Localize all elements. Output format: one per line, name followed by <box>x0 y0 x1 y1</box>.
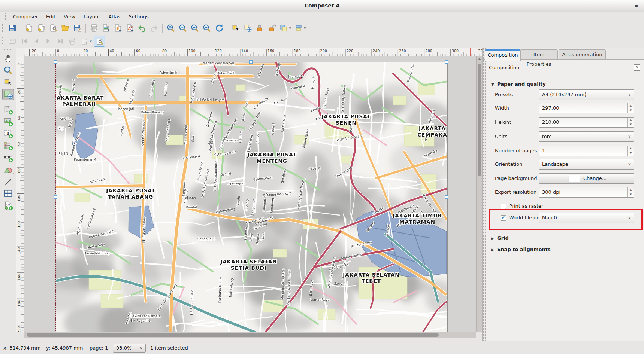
export-svg-button[interactable] <box>112 22 124 34</box>
atlas-previous-feature-button[interactable] <box>31 36 42 47</box>
spin-up-icon[interactable]: ▲ <box>628 146 634 151</box>
export-pdf-button[interactable]: A <box>124 22 136 34</box>
horizontal-scrollbar[interactable] <box>24 332 476 338</box>
spin-down-icon[interactable]: ▼ <box>628 122 634 127</box>
selection-handle[interactable] <box>54 195 57 199</box>
refresh-view-button[interactable] <box>213 22 224 34</box>
save-composer-button[interactable] <box>7 22 18 34</box>
svg-text:Petamburan 4: Petamburan 4 <box>74 158 96 161</box>
select-move-item-button[interactable] <box>230 22 241 34</box>
export-resolution-spinbox[interactable]: 300 dpi▲▼ <box>539 187 634 198</box>
undo-button[interactable] <box>136 22 148 34</box>
tab-item-properties[interactable]: Item Properties <box>520 49 558 59</box>
group-items-dropdown[interactable] <box>278 22 289 34</box>
move-item-content-tool[interactable] <box>2 89 14 100</box>
presets-combo[interactable]: A4 (210x297 mm)∨ <box>539 89 634 100</box>
chevron-down-icon[interactable]: ∨ <box>137 344 145 352</box>
menu-layout[interactable]: Layout <box>80 13 104 21</box>
spin-down-icon[interactable]: ▼ <box>628 108 634 113</box>
add-new-scalebar-tool[interactable] <box>2 152 14 163</box>
select-move-item-tool[interactable] <box>2 77 14 88</box>
composer-page[interactable]: Medan Merdeka Sel.Kebon SirihKebon Sirih… <box>56 62 447 332</box>
spin-down-icon[interactable]: ▼ <box>628 192 634 197</box>
zoom-level-combo[interactable]: 93.0% ∨ <box>113 344 146 353</box>
spin-up-icon[interactable]: ▲ <box>628 118 634 122</box>
scroll-up-icon[interactable]: ▲ <box>477 57 483 60</box>
atlas-settings-button[interactable] <box>94 36 105 47</box>
atlas-last-feature-button[interactable] <box>55 36 66 47</box>
zoom-actual-size-button[interactable]: 1:1 <box>177 22 188 34</box>
lock-items-button[interactable] <box>254 22 265 34</box>
selection-handle[interactable] <box>249 60 253 64</box>
export-atlas-dropdown[interactable] <box>79 36 90 47</box>
composer-manager-button[interactable] <box>48 22 59 34</box>
panel-close-icon[interactable]: × <box>634 64 640 71</box>
print-as-raster-checkbox[interactable] <box>501 204 506 209</box>
collapse-arrow-icon[interactable]: ▼ <box>491 82 497 86</box>
section-snap-to-alignments[interactable]: ▶Snap to alignments <box>491 247 551 252</box>
chevron-down-icon[interactable]: ∨ <box>625 159 634 169</box>
spin-up-icon[interactable]: ▲ <box>628 103 634 108</box>
menu-composer[interactable]: Composer <box>9 13 42 21</box>
vertical-scrollbar-slider[interactable] <box>478 64 481 176</box>
zoom-in-button[interactable] <box>189 22 200 34</box>
save-as-template-button[interactable] <box>72 22 83 34</box>
add-basic-shape-tool[interactable]: ∨ <box>2 164 14 175</box>
number-of-pages-spinbox[interactable]: 1▲▼ <box>539 146 634 156</box>
duplicate-composer-button[interactable] <box>36 22 47 34</box>
title-bar[interactable]: Composer 4 ▪ <box>0 0 644 12</box>
horizontal-scrollbar-slider[interactable] <box>27 333 439 337</box>
svg-text:MENTENG: MENTENG <box>257 158 287 164</box>
panel-grip[interactable] <box>483 48 486 341</box>
vertical-scrollbar[interactable]: ▲ <box>476 56 483 332</box>
new-composer-button[interactable] <box>24 22 35 34</box>
zoom-full-button[interactable] <box>165 22 176 34</box>
selection-handle[interactable] <box>445 195 448 199</box>
svg-text:Kebon Jati: Kebon Jati <box>118 107 134 111</box>
collapse-arrow-icon[interactable]: ▶ <box>491 248 497 252</box>
print-button[interactable] <box>88 22 100 34</box>
spin-down-icon[interactable]: ▼ <box>628 151 634 156</box>
add-arrow-tool[interactable] <box>2 176 14 187</box>
load-template-button[interactable] <box>60 22 71 34</box>
zoom-out-button[interactable] <box>201 22 212 34</box>
zoom-tool[interactable] <box>2 65 14 76</box>
menu-view[interactable]: View <box>60 13 79 21</box>
chevron-down-icon[interactable]: ∨ <box>625 90 634 100</box>
add-image-tool[interactable] <box>2 116 14 127</box>
add-html-frame-tool[interactable]: </> <box>2 200 14 211</box>
add-new-label-tool[interactable]: T <box>2 128 14 139</box>
section-paper-and-quality[interactable]: ▼Paper and quality <box>491 81 546 87</box>
unlock-items-button[interactable] <box>266 22 277 34</box>
print-atlas-button[interactable] <box>67 36 78 47</box>
align-items-dropdown[interactable] <box>293 22 304 34</box>
atlas-first-feature-button[interactable] <box>19 36 30 47</box>
add-attribute-table-tool[interactable] <box>2 188 14 199</box>
window-close-icon[interactable]: ▪ <box>633 3 640 9</box>
collapse-arrow-icon[interactable]: ▶ <box>491 236 497 241</box>
add-new-legend-tool[interactable] <box>2 140 14 151</box>
move-item-content-button[interactable] <box>242 22 253 34</box>
chevron-down-icon[interactable]: ∨ <box>625 132 634 141</box>
tab-composition[interactable]: Composition <box>485 49 521 61</box>
menu-settings[interactable]: Settings <box>125 13 152 21</box>
pan-tool[interactable] <box>2 53 14 64</box>
spin-up-icon[interactable]: ▲ <box>628 187 634 192</box>
menu-edit[interactable]: Edit <box>42 13 59 21</box>
tab-atlas-generation[interactable]: Atlas generation <box>559 49 606 59</box>
export-image-button[interactable] <box>100 22 112 34</box>
orientation-combo[interactable]: Landscape∨ <box>539 159 634 170</box>
add-new-map-tool[interactable] <box>2 104 14 115</box>
redo-button[interactable] <box>148 22 160 34</box>
menu-atlas[interactable]: Atlas <box>105 13 124 21</box>
section-grid[interactable]: ▶Grid <box>491 235 509 241</box>
page-background-button[interactable]: Change... <box>539 173 634 184</box>
units-combo[interactable]: mm∨ <box>539 131 634 142</box>
preview-atlas-button[interactable] <box>7 36 18 47</box>
height-spinbox[interactable]: 210.00▲▼ <box>539 117 634 128</box>
selection-handle[interactable] <box>54 60 57 64</box>
width-spinbox[interactable]: 297.00▲▼ <box>539 103 634 113</box>
selection-handle[interactable] <box>445 60 448 64</box>
atlas-next-feature-button[interactable] <box>43 36 54 47</box>
composer-canvas[interactable]: Medan Merdeka Sel.Kebon SirihKebon Sirih… <box>24 56 476 332</box>
